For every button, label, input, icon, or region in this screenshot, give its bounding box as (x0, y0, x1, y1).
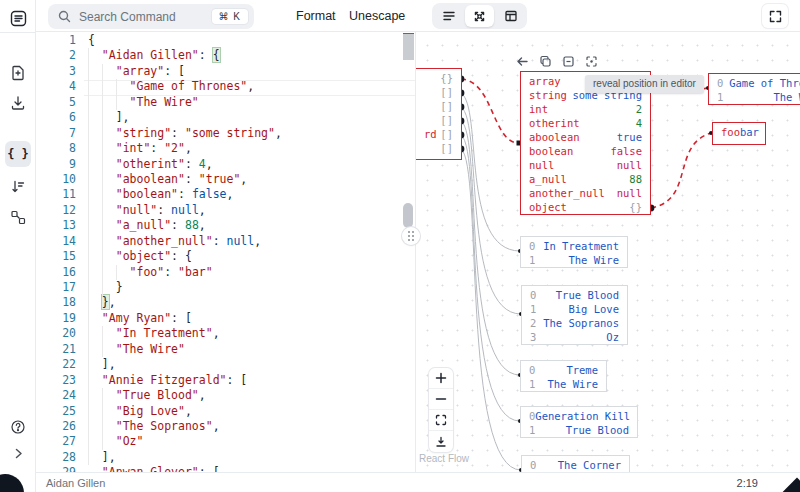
help-button[interactable] (5, 414, 31, 440)
node-row[interactable]: [] (416, 141, 461, 155)
annie-fitzgerald-node[interactable]: 0True Blood1Big Love2The Sopranos3Oz (521, 285, 628, 345)
node-row[interactable]: otherint4 (521, 116, 650, 130)
line-number: 16 (36, 265, 76, 280)
node-row[interactable]: 0In Treatment (521, 239, 627, 253)
line-number: 25 (36, 404, 76, 419)
editor-line: 28 ], (36, 450, 416, 465)
editor-line: 21 "The Wire" (36, 342, 416, 357)
line-number: 2 (36, 48, 76, 63)
top-toolbar: Search Command ⌘ K Format Unescape (36, 0, 800, 32)
root-node[interactable]: {}[][][]rd[][] (416, 68, 462, 160)
line-number: 27 (36, 434, 76, 449)
collapse-icon[interactable] (561, 54, 575, 68)
status-bar: Aidan Gillen 2:19 (36, 472, 800, 492)
node-row[interactable]: [] (416, 99, 461, 113)
back-arrow-icon[interactable] (515, 54, 529, 68)
node-row[interactable]: abooleantrue (521, 130, 650, 144)
line-number: 19 (36, 311, 76, 326)
format-button[interactable]: Format (296, 0, 336, 32)
clarke-peters-node[interactable]: 0The Corner (521, 455, 630, 472)
node-row[interactable]: 1The Wire (521, 253, 627, 267)
sidebar-divider (0, 32, 36, 33)
node-row[interactable]: 0The Corner (522, 458, 629, 472)
editor-line: 1{ (36, 33, 416, 48)
node-row[interactable]: 0Treme (521, 363, 606, 377)
editor-scrollbar[interactable] (403, 34, 414, 60)
alexander-skarsgard-node[interactable]: 0Generation Kill1True Blood (520, 406, 638, 438)
node-row[interactable]: {} (416, 71, 461, 85)
line-number: 6 (36, 110, 76, 125)
editor-line: 3 "array": [ (36, 64, 416, 79)
node-row[interactable]: foobar (713, 125, 765, 139)
node-toolbar (515, 54, 598, 68)
download-image-button[interactable] (429, 431, 453, 452)
line-number: 1 (36, 33, 76, 48)
list-view-button[interactable] (434, 5, 463, 27)
zoom-controls (429, 368, 453, 452)
node-row[interactable]: object{} (521, 200, 650, 214)
filter-button[interactable] (5, 174, 31, 200)
node-row[interactable]: 0Generation Kill (521, 409, 637, 423)
anwan-glover-node[interactable]: 0Treme1The Wire (520, 360, 607, 392)
line-number: 5 (36, 95, 76, 110)
splitter-handle[interactable] (403, 203, 413, 228)
zoom-out-button[interactable] (429, 389, 453, 410)
collapse-sidebar-button[interactable] (5, 440, 31, 466)
node-row[interactable]: nullnull (521, 158, 650, 172)
search-input[interactable]: Search Command ⌘ K (48, 4, 254, 29)
node-row[interactable]: 3Oz (522, 330, 627, 344)
node-row[interactable]: 2The Sopranos (522, 316, 627, 330)
table-view-button[interactable] (496, 5, 525, 27)
graph-canvas[interactable]: {}[][][]rd[][]array[]stringsome stringin… (416, 32, 800, 472)
node-row[interactable]: 1True Blood (521, 423, 637, 437)
graph-view-button[interactable] (465, 5, 494, 27)
sidebar: { } (0, 0, 36, 492)
node-row[interactable]: a_null88 (521, 172, 650, 186)
node-row[interactable]: 0Game of Thrones (709, 76, 800, 90)
node-row[interactable]: 1The Wire (709, 90, 800, 104)
line-number: 26 (36, 419, 76, 434)
node-row[interactable]: 0True Blood (522, 288, 627, 302)
new-file-button[interactable] (5, 60, 31, 86)
fit-view-button[interactable] (429, 410, 453, 431)
line-number: 17 (36, 280, 76, 295)
editor-line: 18 }, (36, 295, 416, 310)
json-view-button[interactable]: { } (5, 141, 31, 167)
node-row[interactable]: another_nullnull (521, 186, 650, 200)
amy-ryan-node[interactable]: 0In Treatment1The Wire (520, 236, 628, 268)
node-row[interactable]: [] (416, 113, 461, 127)
node-row[interactable]: 1Big Love (522, 302, 627, 316)
node-row[interactable]: booleanfalse (521, 144, 650, 158)
aidan-array-node[interactable]: 0Game of Thrones1The Wire (708, 73, 800, 105)
splitter-grip[interactable] (402, 227, 420, 245)
editor-line: 20 "In Treatment", (36, 326, 416, 341)
line-number: 29 (36, 465, 76, 472)
foo-node[interactable]: foobar (712, 122, 766, 145)
view-toggle (432, 3, 527, 29)
node-row[interactable]: 1The Wire (521, 377, 606, 391)
node-row[interactable]: int2 (521, 102, 650, 116)
editor-line: 14 "another_null": null, (36, 234, 416, 249)
search-icon (58, 10, 71, 23)
line-number: 20 (36, 326, 76, 341)
editor-line: 29 "Anwan Glover": [ (36, 465, 416, 472)
editor-line: 4 "Game of Thrones", (36, 79, 416, 94)
line-number: 24 (36, 388, 76, 403)
code-editor[interactable]: 1{2 "Aidan Gillen": {3 "array": [4 "Game… (36, 32, 416, 472)
editor-line: 22 ], (36, 357, 416, 372)
focus-icon[interactable] (584, 54, 598, 68)
linked-nodes-button[interactable] (5, 204, 31, 230)
editor-line: 7 "string": "some string", (36, 126, 416, 141)
node-row[interactable]: rd[] (416, 127, 461, 141)
line-number: 10 (36, 172, 76, 187)
download-button[interactable] (5, 90, 31, 116)
node-row[interactable]: [] (416, 85, 461, 99)
copy-icon[interactable] (538, 54, 552, 68)
editor-line: 11 "boolean": false, (36, 187, 416, 202)
app-logo (5, 5, 31, 31)
fullscreen-button[interactable] (762, 4, 788, 28)
tooltip: reveal position in editor (585, 75, 704, 93)
unescape-button[interactable]: Unescape (349, 0, 405, 32)
editor-line: 19 "Amy Ryan": [ (36, 311, 416, 326)
zoom-in-button[interactable] (429, 368, 453, 389)
